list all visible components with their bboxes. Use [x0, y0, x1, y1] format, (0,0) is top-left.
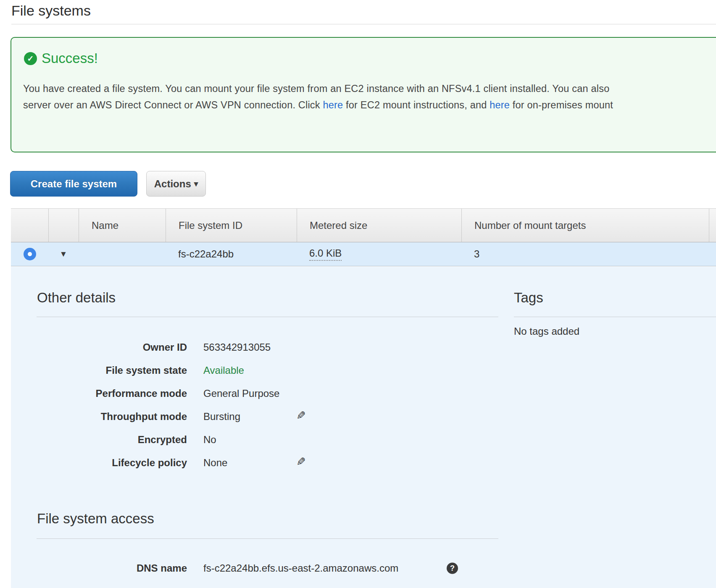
column-header-mount-targets: Number of mount targets	[461, 209, 709, 242]
detail-value: Bursting	[203, 411, 240, 423]
detail-row-encrypted: Encrypted No	[11, 428, 473, 451]
row-expand-cell: ▼	[48, 242, 79, 266]
column-header-file-system-id: File system ID	[166, 209, 297, 242]
tags-heading: Tags	[514, 290, 543, 306]
other-details-list: Owner ID 563342913055 File system state …	[11, 336, 473, 474]
other-details-divider	[37, 317, 498, 317]
row-metered-size-cell: 6.0 KiB	[297, 242, 461, 266]
caret-down-icon: ▾	[194, 180, 198, 188]
file-system-access-heading: File system access	[37, 511, 154, 527]
detail-value: No	[203, 434, 216, 446]
detail-row-dns-name: DNS name fs-c22a24bb.efs.us-east-2.amazo…	[11, 556, 473, 580]
detail-label: Encrypted	[11, 434, 187, 446]
edit-throughput-mode-pencil-icon[interactable]: ✎	[296, 410, 306, 422]
detail-label: Owner ID	[11, 341, 187, 353]
row-extra-cell	[709, 242, 716, 266]
file-system-access-divider	[37, 538, 498, 539]
success-message-line1: You have created a file system. You can …	[23, 81, 613, 97]
table-header-row: Name File system ID Metered size Number …	[11, 208, 716, 242]
detail-row-performance-mode: Performance mode General Purpose	[11, 382, 473, 405]
actions-button[interactable]: Actions ▾	[146, 171, 206, 197]
file-system-state-value: Available	[203, 365, 244, 376]
detail-label: DNS name	[11, 562, 187, 574]
detail-value: 563342913055	[203, 341, 271, 353]
create-file-system-button[interactable]: Create file system	[10, 171, 137, 197]
success-message: You have created a file system. You can …	[23, 81, 613, 113]
edit-lifecycle-policy-pencil-icon[interactable]: ✎	[296, 457, 306, 468]
actions-button-label: Actions	[154, 178, 191, 190]
file-system-access-list: DNS name fs-c22a24bb.efs.us-east-2.amazo…	[11, 556, 473, 580]
detail-value: None	[203, 457, 227, 469]
column-header-extra	[709, 209, 716, 242]
detail-row-lifecycle-policy: Lifecycle policy None ✎	[11, 451, 473, 474]
metered-size-tooltip-value[interactable]: 6.0 KiB	[309, 247, 342, 261]
ec2-mount-instructions-link[interactable]: here	[323, 100, 343, 110]
row-select-cell	[11, 242, 48, 266]
success-banner-header: ✓ Success!	[24, 50, 98, 66]
file-system-details-panel: Other details Tags No tags added Owner I…	[11, 267, 716, 588]
success-message-line2: server over an AWS Direct Connect or AWS…	[23, 97, 613, 113]
other-details-heading: Other details	[37, 290, 116, 306]
detail-value: General Purpose	[203, 388, 279, 399]
page-title: File systems	[11, 3, 91, 19]
file-systems-table: Name File system ID Metered size Number …	[11, 208, 716, 266]
create-file-system-button-label: Create file system	[31, 178, 117, 190]
dns-name-value: fs-c22a24bb.efs.us-east-2.amazonaws.com	[203, 562, 398, 574]
success-message-line2-mid: for EC2 mount instructions, and	[343, 100, 490, 110]
detail-row-owner-id: Owner ID 563342913055	[11, 336, 473, 359]
column-header-select	[11, 209, 48, 242]
success-heading: Success!	[42, 50, 98, 66]
dns-name-help-icon[interactable]: ?	[447, 562, 458, 574]
onprem-mount-instructions-link[interactable]: here	[490, 100, 510, 110]
column-header-name: Name	[79, 209, 166, 242]
row-radio-button[interactable]	[24, 248, 36, 260]
detail-row-file-system-state: File system state Available	[11, 359, 473, 382]
tags-divider	[514, 317, 716, 317]
column-header-metered-size: Metered size	[297, 209, 461, 242]
detail-label: Performance mode	[11, 388, 187, 399]
detail-row-throughput-mode: Throughput mode Bursting ✎	[11, 405, 473, 428]
success-banner: ✓ Success! You have created a file syste…	[11, 37, 716, 152]
no-tags-text: No tags added	[514, 326, 579, 337]
detail-label: File system state	[11, 365, 187, 376]
detail-label: Lifecycle policy	[11, 457, 187, 469]
row-expander-icon[interactable]: ▼	[60, 249, 68, 259]
success-message-line2-pre: server over an AWS Direct Connect or AWS…	[23, 100, 323, 110]
success-message-line2-post: for on-premises mount	[510, 100, 613, 110]
title-divider	[11, 24, 716, 24]
detail-label: Throughput mode	[11, 411, 187, 423]
row-name-cell	[79, 242, 166, 266]
table-row[interactable]: ▼ fs-c22a24bb 6.0 KiB 3	[11, 242, 716, 266]
row-mount-targets-cell: 3	[461, 242, 709, 266]
row-file-system-id-cell: fs-c22a24bb	[166, 242, 297, 266]
success-check-icon: ✓	[24, 52, 37, 65]
column-header-expand	[48, 209, 79, 242]
